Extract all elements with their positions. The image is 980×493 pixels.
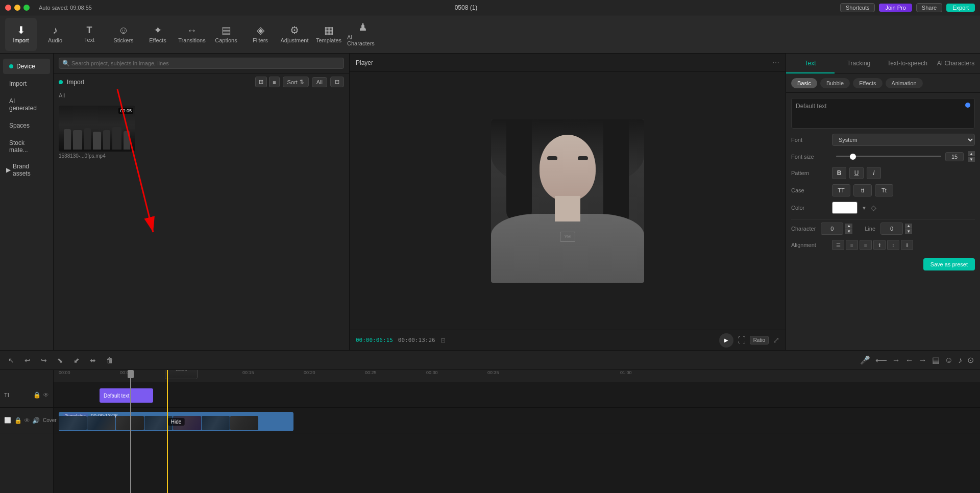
character-input[interactable]: 0: [821, 223, 843, 235]
sidebar-item-spaces[interactable]: Spaces: [3, 118, 50, 133]
timeline-emoji-icon[interactable]: ☺: [944, 355, 954, 366]
lock-icon[interactable]: 🔒: [33, 391, 41, 399]
timeline-split[interactable]: ⬋: [70, 354, 83, 366]
grid-view-button[interactable]: ⊞: [255, 77, 267, 87]
video-track-item[interactable]: Templates 00:00:13:26: [59, 412, 293, 431]
ruler-mark-1: 00:05: [120, 370, 132, 375]
timeline-clock-icon[interactable]: ⊙: [966, 354, 975, 366]
align-middle-button[interactable]: ↕: [887, 240, 899, 250]
filter-icon-button[interactable]: ⊟: [330, 77, 344, 87]
share-button[interactable]: Share: [916, 3, 942, 12]
case-lower-button[interactable]: tt: [853, 184, 872, 196]
ratio-button[interactable]: Ratio: [750, 336, 769, 344]
lock2-icon[interactable]: 🔒: [14, 417, 22, 424]
window-close-btn[interactable]: [5, 5, 11, 11]
toolbar-audio[interactable]: ♪ Audio: [39, 18, 71, 51]
align-right-button[interactable]: ≡: [860, 240, 872, 250]
timeline-caption-icon[interactable]: ▤: [931, 354, 941, 366]
align-bottom-button[interactable]: ⬇: [901, 240, 913, 250]
fullscreen-icon[interactable]: ⛶: [738, 336, 746, 345]
timeline-audio-icon[interactable]: ♪: [957, 355, 963, 366]
window-minimize-btn[interactable]: [14, 5, 20, 11]
expand-icon[interactable]: ⤢: [773, 335, 779, 345]
mic-icon[interactable]: 🎤: [859, 354, 871, 366]
save-preset-button[interactable]: Save as preset: [923, 258, 975, 270]
tab-text-to-speech[interactable]: Text-to-speech: [883, 54, 932, 73]
case-upper-button[interactable]: TT: [832, 184, 850, 196]
media-thumb-item[interactable]: 00:05 1538130-...0fps.mp4: [59, 106, 135, 345]
underline-button[interactable]: U: [849, 167, 864, 179]
sidebar-brand-assets[interactable]: ▶ Brand assets: [0, 159, 53, 181]
toolbar-effects-label: Effects: [149, 37, 166, 43]
eye-icon[interactable]: 👁: [43, 391, 49, 399]
subtab-bubble[interactable]: Bubble: [820, 78, 850, 88]
toolbar-text[interactable]: T Text: [74, 18, 105, 51]
timeline-split-start[interactable]: ⬊: [54, 354, 66, 366]
character-down[interactable]: ▼: [845, 229, 852, 234]
sidebar-item-import[interactable]: Import: [3, 76, 50, 91]
font-size-down[interactable]: ▼: [968, 157, 975, 162]
timeline-undo[interactable]: ↩: [21, 354, 34, 366]
all-filter-button[interactable]: All: [312, 77, 327, 87]
toolbar-filters[interactable]: ◈ Filters: [244, 18, 276, 51]
tab-ai-characters[interactable]: AI Characters: [932, 54, 980, 73]
line-input[interactable]: 0: [880, 223, 903, 235]
play-button[interactable]: ▶: [719, 333, 733, 348]
search-input[interactable]: [59, 58, 344, 69]
subtab-basic[interactable]: Basic: [791, 78, 817, 88]
timeline-select-tool[interactable]: ↖: [5, 354, 17, 366]
tab-tracking[interactable]: Tracking: [835, 54, 883, 73]
case-title-button[interactable]: Tt: [875, 184, 893, 196]
subtab-effects[interactable]: Effects: [853, 78, 882, 88]
list-view-button[interactable]: ≡: [269, 77, 279, 87]
align-left-button[interactable]: ☰: [832, 240, 844, 250]
timeline-delete[interactable]: 🗑: [103, 354, 116, 366]
toolbar-stickers[interactable]: ☺ Stickers: [108, 18, 139, 51]
window-maximize-btn[interactable]: [23, 5, 30, 11]
toolbar-adjustment[interactable]: ⚙ Adjustment: [279, 18, 310, 51]
shortcuts-button[interactable]: Shortcuts: [840, 3, 875, 12]
align-center-button[interactable]: ≡: [846, 240, 858, 250]
text-track-item[interactable]: Default text: [100, 388, 153, 403]
toolbar-import[interactable]: ⬇ Import: [5, 18, 37, 51]
subtab-animation[interactable]: Animation: [886, 78, 923, 88]
font-size-up[interactable]: ▲: [968, 151, 975, 156]
sidebar-item-ai-generated[interactable]: AI generated: [3, 93, 50, 116]
toolbar-ai-characters[interactable]: ♟ AI Characters: [347, 18, 379, 51]
timeline-tool-3[interactable]: ←: [904, 355, 915, 366]
timeline-tool-2[interactable]: →: [891, 355, 901, 366]
character-up[interactable]: ▲: [845, 224, 852, 229]
timeline-tool-4[interactable]: →: [918, 355, 928, 366]
timeline-redo[interactable]: ↪: [38, 354, 50, 366]
eye2-icon[interactable]: 👁: [24, 417, 30, 424]
font-size-slider[interactable]: [836, 156, 941, 157]
font-select[interactable]: System: [832, 134, 975, 146]
bold-button[interactable]: B: [832, 167, 846, 179]
hide-button[interactable]: Hide: [168, 418, 185, 426]
player-timecode: 00:00:06:15: [356, 337, 393, 343]
italic-button[interactable]: I: [867, 167, 881, 179]
templates-icon: ▦: [324, 25, 334, 35]
export-button[interactable]: Export: [946, 4, 975, 12]
sidebar-item-stock-mate[interactable]: Stock mate...: [3, 135, 50, 158]
volume-icon[interactable]: 🔊: [32, 417, 40, 424]
line-up[interactable]: ▲: [905, 224, 912, 229]
color-swatch[interactable]: [832, 202, 857, 214]
sort-button[interactable]: Sort ⇅: [283, 77, 309, 87]
timeline-split-end[interactable]: ⬌: [87, 354, 99, 366]
toolbar-audio-label: Audio: [48, 37, 62, 43]
align-top-button[interactable]: ⬆: [873, 240, 886, 250]
diamond-icon[interactable]: ◇: [871, 204, 876, 212]
sidebar-item-device[interactable]: Device: [3, 59, 50, 74]
stickers-icon: ☺: [118, 25, 129, 35]
join-pro-button[interactable]: Join Pro: [879, 4, 912, 12]
player-total-time: 00:00:13:26: [398, 337, 435, 343]
toolbar-templates[interactable]: ▦ Templates: [313, 18, 345, 51]
toolbar-transitions[interactable]: ↔ Transitions: [176, 18, 208, 51]
toolbar-captions[interactable]: ▤ Captions: [210, 18, 242, 51]
tab-text[interactable]: Text: [786, 54, 835, 73]
line-down[interactable]: ▼: [905, 229, 912, 234]
text-preview-dot: [965, 103, 970, 108]
toolbar-effects[interactable]: ✦ Effects: [142, 18, 174, 51]
timeline-tool-1[interactable]: ⟵: [874, 354, 888, 366]
